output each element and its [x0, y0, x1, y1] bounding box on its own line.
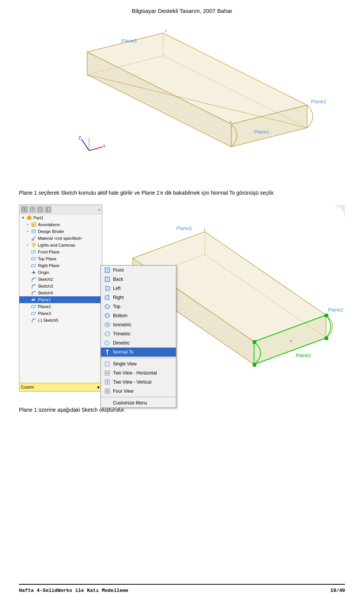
left-label: Left: [113, 286, 121, 291]
svg-marker-64: [105, 332, 110, 336]
bottom-section: » ▼ Part1 + A Annotations +: [19, 205, 345, 392]
menu-item-four-view[interactable]: Four View: [101, 387, 176, 396]
sketch-icon-3: [31, 283, 37, 289]
menu-item-back[interactable]: Back: [101, 275, 176, 284]
footer-left: Hafta 4-SolidWorks ile Katı Modelleme: [19, 588, 129, 593]
menu-item-normal-to[interactable]: Normal To: [101, 348, 176, 357]
svg-text:Z: Z: [78, 135, 81, 140]
normal-to-label: Normal To: [113, 349, 133, 355]
svg-text:A: A: [32, 223, 35, 227]
svg-text:Plane3: Plane3: [121, 38, 136, 44]
toolbar-icon-4[interactable]: [45, 206, 52, 213]
tree-item-annotations[interactable]: + A Annotations: [19, 221, 102, 228]
tree-item-plane2[interactable]: - Plane2: [19, 303, 102, 310]
svg-text:Plane3: Plane3: [176, 225, 191, 231]
svg-text:+: +: [165, 29, 167, 33]
view-bottom-icon: [104, 312, 111, 319]
plane1-icon: [31, 297, 37, 303]
tree-item-sketch3[interactable]: - Sketch3: [19, 283, 102, 289]
svg-rect-75: [105, 392, 107, 393]
view-isometric-icon: [104, 321, 111, 328]
svg-rect-69: [105, 371, 110, 373]
svg-point-35: [33, 244, 35, 246]
svg-rect-71: [105, 380, 107, 384]
menu-item-bottom[interactable]: Bottom: [101, 311, 176, 320]
menu-item-left[interactable]: Left: [101, 284, 176, 293]
toolbar-icon-1[interactable]: [21, 206, 28, 213]
tree-item-sketch4[interactable]: - Sketch4: [19, 289, 102, 296]
top-diagram: Plane3 + Plane2 Plane1 + Z X: [19, 22, 345, 181]
svg-text:Plane2: Plane2: [311, 99, 326, 104]
menu-item-right[interactable]: Right: [101, 293, 176, 302]
svg-marker-59: [105, 313, 110, 318]
two-view-v-label: Two View - Vertical: [113, 379, 151, 385]
menu-item-two-view-h[interactable]: Two View - Horizontal: [101, 368, 176, 378]
tree-item-material[interactable]: + Material <not specified>: [19, 235, 102, 242]
four-view-label: Four View: [113, 389, 133, 394]
root-expand-icon: ▼: [21, 216, 25, 220]
tree-item-sketch2[interactable]: - Sketch2: [19, 276, 102, 283]
menu-item-customize[interactable]: Customize Menu: [101, 398, 176, 407]
svg-text:Plane2: Plane2: [328, 307, 343, 313]
binder-expand: +: [25, 229, 30, 234]
tree-root-item[interactable]: ▼ Part1: [19, 214, 102, 221]
plane2-icon: [31, 304, 37, 310]
tree-item-plane1[interactable]: - Plane1: [19, 296, 102, 303]
binder-icon: [31, 228, 37, 234]
sketch-icon-2: [31, 276, 37, 282]
customize-label: Customize Menu: [113, 400, 147, 406]
svg-marker-67: [106, 349, 109, 351]
tree-item-design-binder[interactable]: + Design Binder: [19, 228, 102, 235]
right-label: Right: [113, 295, 124, 300]
page-title: Bilgisayar Destekli Tasarım, 2007 Bahar: [132, 8, 232, 14]
tree-item-lights[interactable]: + Lights and Cameras: [19, 242, 102, 249]
menu-item-isometric[interactable]: Isometric: [101, 320, 176, 329]
svg-marker-48: [31, 299, 36, 301]
svg-marker-65: [105, 341, 109, 345]
svg-marker-56: [106, 286, 110, 291]
toolbar-icon-2[interactable]: [29, 206, 36, 213]
feature-tree: » ▼ Part1 + A Annotations +: [19, 205, 102, 392]
view-back-icon: [104, 276, 111, 283]
tree-item-front-plane[interactable]: - Front Plane: [19, 249, 102, 255]
tree-item-plane3[interactable]: - Plane3: [19, 310, 102, 317]
svg-rect-28: [28, 216, 30, 217]
svg-marker-25: [46, 208, 50, 211]
menu-item-single-view[interactable]: Single View: [101, 359, 176, 368]
menu-item-dimetric[interactable]: Dimetric: [101, 338, 176, 348]
four-view-icon: [104, 388, 111, 395]
material-icon: [31, 235, 37, 241]
tree-toolbar: »: [19, 205, 102, 214]
svg-rect-41: [33, 246, 35, 247]
plane-icon-front: [31, 249, 37, 255]
menu-separator-2: [101, 397, 176, 397]
bottom-caption: Plane 1 üzerine aşağıdaki Sketch oluştur…: [19, 407, 345, 413]
top-label: Top: [113, 304, 120, 309]
menu-item-front[interactable]: Front: [101, 266, 176, 275]
toolbar-icon-3[interactable]: [37, 206, 44, 213]
bottom-bar-label: Custom: [21, 385, 34, 389]
tree-item-sketch5[interactable]: - (-) Sketch5: [19, 317, 102, 324]
menu-separator-1: [101, 358, 176, 358]
single-view-icon: [104, 360, 111, 367]
two-view-h-icon: [104, 370, 111, 376]
tree-item-origin[interactable]: - Origin: [19, 269, 102, 276]
menu-item-trimetric[interactable]: Trimetric: [101, 329, 176, 338]
bottom-bar-arrow[interactable]: ▼: [96, 385, 100, 390]
tree-expand-button[interactable]: »: [98, 207, 100, 212]
svg-marker-42: [31, 251, 36, 253]
view-left-icon: [104, 285, 111, 292]
footer-right: 19/40: [330, 588, 345, 593]
menu-item-top[interactable]: Top: [101, 302, 176, 311]
two-view-v-icon: [104, 379, 111, 385]
svg-line-37: [35, 243, 36, 244]
menu-item-two-view-v[interactable]: Two View - Vertical: [101, 378, 176, 387]
svg-text:+: +: [290, 338, 292, 344]
tree-item-right-plane[interactable]: - Right Plane: [19, 262, 102, 269]
svg-rect-73: [105, 389, 107, 391]
part-icon: [26, 215, 32, 221]
svg-rect-23: [38, 208, 42, 211]
svg-line-39: [32, 243, 33, 244]
svg-rect-72: [108, 380, 110, 384]
tree-item-top-plane[interactable]: - Top Plane: [19, 255, 102, 262]
